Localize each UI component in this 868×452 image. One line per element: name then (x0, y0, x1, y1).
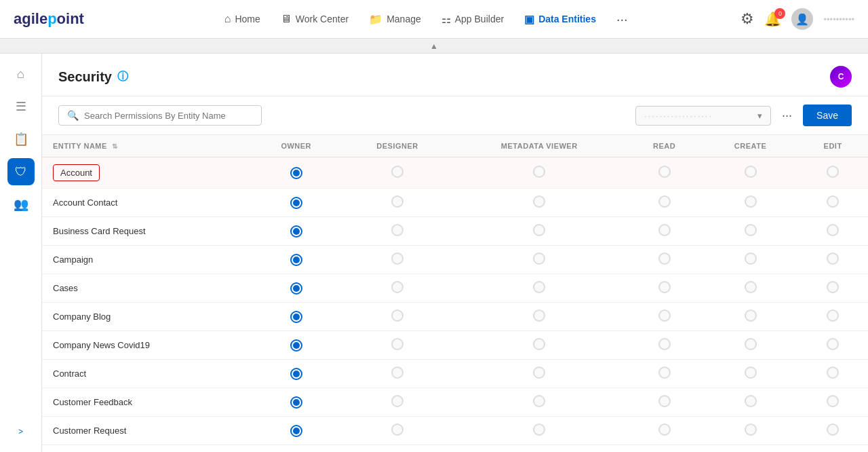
read-radio-empty[interactable] (658, 224, 671, 236)
create-cell[interactable] (703, 246, 797, 274)
designer-cell[interactable] (342, 360, 453, 388)
metadata_viewer-cell[interactable] (453, 417, 625, 445)
owner-radio-checked[interactable] (290, 425, 302, 437)
metadata_viewer-cell[interactable] (453, 360, 625, 388)
entity-name-cell[interactable]: Account (42, 157, 250, 189)
entity-name-label[interactable]: Company News Covid19 (42, 331, 250, 360)
designer-cell[interactable] (342, 417, 453, 445)
create-radio-empty[interactable] (745, 224, 757, 236)
search-box[interactable]: 🔍 (58, 105, 262, 126)
table-row[interactable]: Company Blog (42, 303, 868, 331)
owner-radio-checked[interactable] (290, 225, 302, 238)
metadata_viewer-cell[interactable] (453, 388, 625, 417)
metadata_viewer-cell[interactable] (453, 157, 625, 189)
settings-button[interactable]: ⚙ (741, 10, 754, 28)
sidebar-item-group[interactable]: 👥 (7, 191, 35, 218)
create-cell[interactable] (703, 360, 797, 388)
collapse-bar[interactable]: ▲ (0, 39, 868, 54)
create-radio-empty[interactable] (745, 252, 757, 265)
owner-cell[interactable] (250, 189, 342, 217)
edit-cell[interactable] (797, 217, 868, 246)
sidebar-expand-button[interactable]: > (14, 425, 28, 438)
table-row[interactable]: Customer Request (42, 417, 868, 445)
owner-cell[interactable] (250, 388, 342, 417)
metadata_viewer-radio-empty[interactable] (533, 252, 545, 265)
designer-radio-empty[interactable] (391, 252, 403, 265)
owner-cell[interactable] (250, 445, 342, 453)
owner-radio-checked[interactable] (290, 368, 302, 380)
edit-radio-empty[interactable] (827, 224, 839, 236)
sidebar-item-list[interactable]: ☰ (7, 93, 35, 120)
edit-cell[interactable] (797, 157, 868, 189)
create-cell[interactable] (703, 274, 797, 303)
table-row[interactable]: Company News Covid19 (42, 331, 868, 360)
entity-name-label[interactable]: Contract (42, 360, 250, 388)
read-radio-empty[interactable] (658, 423, 671, 436)
designer-cell[interactable] (342, 303, 453, 331)
entity-name-label[interactable]: Cases (42, 274, 250, 303)
edit-radio-empty[interactable] (827, 166, 839, 178)
designer-cell[interactable] (342, 189, 453, 217)
designer-cell[interactable] (342, 157, 453, 189)
read-cell[interactable] (625, 217, 703, 246)
create-cell[interactable] (703, 217, 797, 246)
table-row[interactable]: Campaign (42, 246, 868, 274)
read-cell[interactable] (625, 331, 703, 360)
table-row[interactable]: Account (42, 157, 868, 189)
edit-cell[interactable] (797, 417, 868, 445)
metadata_viewer-radio-empty[interactable] (533, 338, 545, 350)
designer-cell[interactable] (342, 331, 453, 360)
edit-radio-empty[interactable] (827, 366, 839, 379)
read-radio-empty[interactable] (658, 281, 671, 293)
designer-radio-empty[interactable] (391, 423, 403, 436)
nav-work-center[interactable]: 🖥 Work Center (281, 13, 349, 25)
nav-home[interactable]: ⌂ Home (224, 13, 260, 25)
metadata_viewer-radio-empty[interactable] (533, 224, 545, 236)
create-cell[interactable] (703, 445, 797, 453)
owner-cell[interactable] (250, 417, 342, 445)
more-options-button[interactable]: ··· (779, 106, 795, 126)
notifications-button[interactable]: 🔔 0 (764, 11, 781, 27)
metadata_viewer-cell[interactable] (453, 217, 625, 246)
designer-radio-empty[interactable] (391, 281, 403, 293)
read-radio-empty[interactable] (658, 195, 671, 208)
sidebar-item-shield[interactable]: 🛡 (7, 158, 35, 185)
owner-cell[interactable] (250, 303, 342, 331)
edit-radio-empty[interactable] (827, 252, 839, 265)
table-row[interactable]: Account Contact (42, 189, 868, 217)
read-radio-empty[interactable] (658, 395, 671, 407)
read-radio-empty[interactable] (658, 166, 671, 178)
edit-cell[interactable] (797, 246, 868, 274)
designer-radio-empty[interactable] (391, 195, 403, 208)
nav-data-entities[interactable]: ▣ Data Entities (524, 13, 596, 26)
designer-radio-empty[interactable] (391, 338, 403, 350)
edit-cell[interactable] (797, 331, 868, 360)
edit-cell[interactable] (797, 360, 868, 388)
avatar[interactable]: 👤 (791, 8, 813, 30)
edit-cell[interactable] (797, 445, 868, 453)
create-cell[interactable] (703, 388, 797, 417)
edit-radio-empty[interactable] (827, 309, 839, 322)
read-cell[interactable] (625, 388, 703, 417)
create-radio-empty[interactable] (745, 166, 757, 178)
create-cell[interactable] (703, 157, 797, 189)
read-cell[interactable] (625, 360, 703, 388)
metadata_viewer-radio-empty[interactable] (533, 395, 545, 407)
read-cell[interactable] (625, 303, 703, 331)
designer-cell[interactable] (342, 274, 453, 303)
create-radio-empty[interactable] (745, 195, 757, 208)
metadata_viewer-cell[interactable] (453, 189, 625, 217)
edit-cell[interactable] (797, 303, 868, 331)
entity-name-label[interactable]: Customer Request (42, 417, 250, 445)
create-radio-empty[interactable] (745, 309, 757, 322)
create-radio-empty[interactable] (745, 395, 757, 407)
create-cell[interactable] (703, 331, 797, 360)
create-radio-empty[interactable] (745, 366, 757, 379)
create-radio-empty[interactable] (745, 423, 757, 436)
nav-app-builder[interactable]: ⚏ App Builder (441, 13, 504, 26)
entity-name-label[interactable]: Account Contact (42, 189, 250, 217)
owner-radio-checked[interactable] (290, 254, 302, 266)
metadata_viewer-radio-empty[interactable] (533, 195, 545, 208)
designer-radio-empty[interactable] (391, 224, 403, 236)
read-cell[interactable] (625, 246, 703, 274)
